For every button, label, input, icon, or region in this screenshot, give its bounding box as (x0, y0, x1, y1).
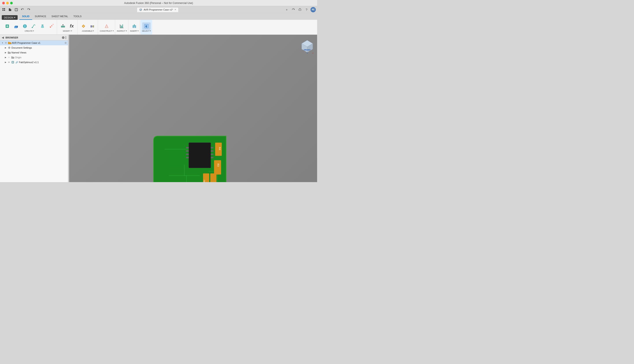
tab-solid[interactable]: SOLID (19, 13, 32, 20)
svg-rect-10 (14, 26, 17, 28)
file-menu-icon[interactable] (8, 7, 13, 12)
browser-title: BROWSER (6, 36, 18, 39)
select-buttons (142, 22, 151, 30)
tree-caret-root[interactable]: ▾ (1, 41, 4, 44)
svg-point-16 (50, 26, 51, 28)
browser-drag-handle[interactable] (65, 36, 66, 39)
svg-rect-47 (186, 147, 189, 148)
svg-rect-3 (4, 10, 5, 11)
user-avatar[interactable]: AE (311, 7, 316, 12)
close-button[interactable] (2, 2, 5, 4)
insert1-button[interactable] (130, 22, 138, 30)
eye-icon-faboptimus[interactable]: 👁 (8, 61, 11, 64)
view-cube-front-label: FRONT (304, 49, 311, 51)
tab-close-icon[interactable]: ✕ (174, 8, 176, 11)
svg-rect-0 (3, 8, 4, 9)
create-label[interactable]: CREATE ▾ (25, 30, 34, 32)
assemble-label[interactable]: ASSEMBLE ▾ (82, 30, 94, 32)
inspect1-button[interactable] (118, 22, 126, 30)
tree-label-faboptimus: FabOptimus2 v1:1 (19, 61, 67, 64)
remote-button[interactable] (297, 7, 303, 12)
refresh-button[interactable] (291, 7, 296, 12)
svg-rect-54 (211, 157, 214, 158)
tab-label: AVR Programmer Case v1* (144, 8, 173, 11)
press-pull-button[interactable] (59, 22, 67, 30)
construct-label[interactable]: CONSTRUCT ▾ (100, 30, 114, 32)
tab-surface[interactable]: SURFACE (32, 13, 49, 20)
eye-icon-root[interactable]: 👁 (5, 41, 8, 44)
tree-caret-doc-settings[interactable]: ▶ (4, 46, 7, 49)
tree-label-doc-settings: Document Settings (12, 46, 67, 49)
assemble1-button[interactable] (79, 22, 88, 30)
link-icon-faboptimus: 🔗 (15, 60, 19, 64)
browser-pin-icon[interactable] (62, 36, 65, 39)
tree-caret-named-views[interactable]: ▶ (4, 51, 7, 54)
minimize-button[interactable] (6, 2, 9, 4)
active-tab[interactable]: AVR Programmer Case v1* ✕ (137, 7, 179, 12)
loft-button[interactable] (38, 22, 47, 30)
pattern-button[interactable] (47, 22, 56, 30)
svg-line-74 (313, 53, 313, 54)
maximize-button[interactable] (10, 2, 13, 4)
insert-label[interactable]: INSERT ▾ (130, 30, 139, 32)
svg-text:R3: R3 (217, 164, 220, 166)
ribbon-group-create: CREATE ▾ (2, 20, 57, 34)
modify-label[interactable]: MODIFY ▾ (63, 30, 72, 32)
tree-item-named-views[interactable]: ▶ Named Views (0, 50, 68, 55)
mode-tabs-row: DESIGN ▾ SOLID SURFACE SHEET METAL TOOLS (0, 13, 317, 20)
tree-item-doc-settings[interactable]: ▶ Document Settings (0, 45, 68, 50)
save-button[interactable] (14, 7, 19, 12)
modify-buttons: fx (59, 22, 76, 30)
add-tab-button[interactable]: + (284, 7, 289, 12)
revolve-button[interactable] (21, 22, 29, 30)
assemble2-button[interactable] (88, 22, 96, 30)
main-content: ◀ BROWSER ▾ 👁 AVR Programmer Case v1 ⚙ ▶ (0, 35, 317, 182)
tab-bar: AVR Programmer Case v1* ✕ (32, 7, 283, 12)
svg-rect-21 (91, 25, 92, 28)
tree-caret-faboptimus[interactable]: ▶ (4, 61, 7, 64)
ribbon-group-insert: INSERT ▾ (129, 20, 140, 34)
canvas-area[interactable]: R4 R3 R1R2 R5 (69, 35, 317, 182)
gear-icon-doc (8, 46, 11, 50)
sweep-button[interactable] (30, 22, 38, 30)
tree-label-root: AVR Programmer Case v1 (12, 42, 64, 44)
browser-header: ◀ BROWSER (0, 35, 68, 40)
select-label[interactable]: SELECT ▾ (142, 30, 151, 32)
svg-rect-38 (214, 160, 221, 174)
undo-button[interactable] (20, 7, 25, 12)
svg-rect-40 (210, 173, 217, 182)
extrude-button[interactable] (12, 22, 20, 30)
tree-caret-origin[interactable]: ▶ (4, 56, 7, 59)
svg-rect-2 (3, 10, 4, 11)
help-button[interactable]: ? (304, 7, 309, 12)
select1-button[interactable] (142, 22, 151, 30)
svg-point-20 (83, 26, 84, 27)
inspect-buttons (118, 22, 126, 30)
svg-point-17 (51, 25, 52, 26)
browser-collapse-icon[interactable]: ◀ (2, 36, 4, 39)
design-mode-button[interactable]: DESIGN ▾ (2, 15, 18, 20)
construct1-button[interactable] (102, 22, 111, 30)
ribbon-group-assemble: ASSEMBLE ▾ (78, 20, 98, 34)
svg-rect-5 (16, 8, 17, 9)
svg-rect-1 (4, 8, 5, 9)
svg-rect-29 (134, 26, 135, 28)
tab-sheet-metal[interactable]: SHEET METAL (49, 13, 71, 20)
tree-item-faboptimus[interactable]: ▶ 👁 🔗 FabOptimus2 v1:1 (0, 60, 68, 65)
settings-icon-root[interactable]: ⚙ (64, 41, 67, 44)
new-component-button[interactable] (3, 22, 12, 30)
folder-icon-origin (11, 56, 15, 59)
tab-tools[interactable]: TOOLS (71, 13, 84, 20)
insert-buttons (130, 22, 138, 30)
view-cube[interactable]: FRONT (300, 39, 313, 52)
redo-button[interactable] (26, 7, 31, 12)
ribbon: CREATE ▾ fx MODIFY ▾ (0, 20, 317, 35)
eye-icon-origin[interactable]: 👁 (8, 56, 11, 59)
grid-icon[interactable] (1, 7, 7, 12)
inspect-label[interactable]: INSPECT ▾ (117, 30, 127, 32)
formula-button[interactable]: fx (68, 22, 76, 30)
svg-rect-6 (15, 10, 18, 11)
toolbar-right: + ? AE (284, 7, 316, 12)
tree-item-origin[interactable]: ▶ 👁 Origin (0, 55, 68, 60)
tree-item-root[interactable]: ▾ 👁 AVR Programmer Case v1 ⚙ (0, 40, 68, 45)
